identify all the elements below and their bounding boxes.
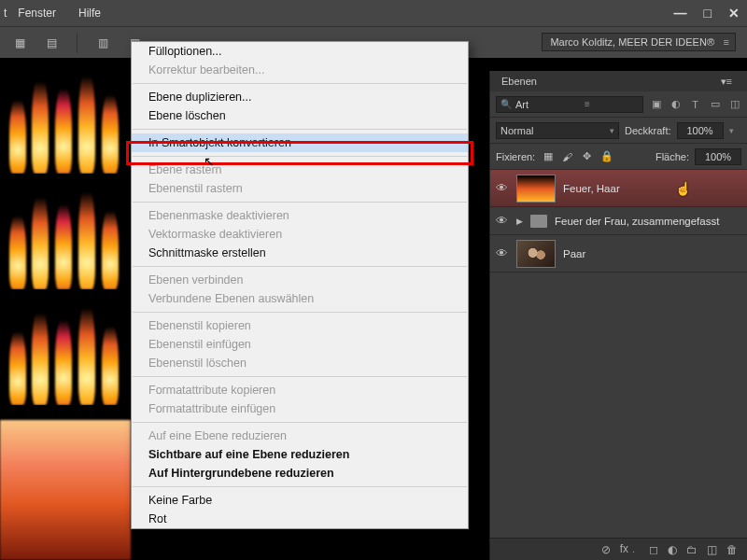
filter-smartobject-icon[interactable]: ◫	[727, 97, 741, 111]
toolbar-icon[interactable]: ▥	[91, 33, 115, 53]
layer-filter-type-dropdown[interactable]: Art	[496, 96, 643, 113]
filter-adjustment-icon[interactable]: ◐	[669, 97, 683, 111]
folder-icon	[530, 215, 547, 228]
new-group-icon[interactable]: 🗀	[686, 543, 698, 556]
ctx-rasterize-style: Ebenenstil rastern	[132, 179, 468, 198]
link-layers-icon[interactable]: ⊘	[601, 543, 611, 556]
ctx-no-color[interactable]: Keine Farbe	[132, 491, 468, 510]
layer-row[interactable]: 👁 Paar	[490, 235, 747, 273]
opacity-field[interactable]: 100%	[677, 122, 724, 139]
layer-row-group[interactable]: 👁 ▶ Feuer der Frau, zusammengefasst	[490, 207, 747, 235]
ctx-convert-smartobject[interactable]: In Smartobjekt konvertieren	[132, 133, 468, 152]
layer-thumbnail[interactable]	[516, 240, 556, 268]
document-title-dropdown[interactable]: Marco Kolditz, MEER DER IDEEN®	[542, 33, 736, 51]
ctx-edit-correction: Korrektur bearbeiten...	[132, 61, 468, 79]
toolbar-icon[interactable]: ▦	[7, 33, 32, 53]
window-controls: — □ ✕	[674, 6, 740, 21]
filter-image-icon[interactable]: ▣	[649, 97, 663, 111]
hand-cursor-icon: ☝	[675, 181, 691, 196]
layers-panel-footer: ⊘ fx﹒ ◻ ◐ 🗀 ◫ 🗑	[490, 538, 747, 560]
ctx-link-layers: Ebenen verbinden	[132, 271, 468, 289]
layer-thumbnail[interactable]	[516, 175, 556, 203]
canvas-fire-column	[0, 420, 131, 560]
fill-label: Fläche:	[655, 151, 689, 162]
ctx-fill-options[interactable]: Fülloptionen...	[132, 42, 468, 61]
ctx-delete-layer[interactable]: Ebene löschen	[132, 106, 468, 125]
ctx-disable-layermask: Ebenenmaske deaktivieren	[132, 206, 468, 225]
layer-list: 👁 Feuer, Haar ☝ 👁 ▶ Feuer der Frau, zusa…	[490, 170, 747, 273]
ctx-paste-style: Ebenenstil einfügen	[132, 335, 468, 354]
toolbar-icon[interactable]: ▤	[39, 33, 63, 53]
panel-menu-icon[interactable]: ▾≡	[710, 76, 743, 88]
layer-name[interactable]: Feuer der Frau, zusammengefasst	[555, 216, 719, 227]
layer-name[interactable]: Feuer, Haar	[563, 183, 620, 194]
close-icon[interactable]: ✕	[728, 6, 740, 21]
lock-pixels-icon[interactable]: 🖌	[560, 149, 574, 163]
opacity-label: Deckkraft:	[625, 125, 671, 136]
add-mask-icon[interactable]: ◻	[649, 543, 658, 556]
adjustment-layer-icon[interactable]: ◐	[668, 543, 677, 556]
lock-label: Fixieren:	[496, 151, 535, 162]
filter-shape-icon[interactable]: ▭	[708, 97, 722, 111]
ctx-copy-style: Ebenenstil kopieren	[132, 316, 468, 335]
minimize-icon[interactable]: —	[674, 6, 687, 21]
fill-field[interactable]: 100%	[695, 148, 741, 165]
ctx-delete-style: Ebenenstil löschen	[132, 354, 468, 372]
layers-panel-tab[interactable]: Ebenen ▾≡	[490, 71, 747, 91]
blend-mode-dropdown[interactable]: Normal	[496, 122, 619, 139]
ctx-duplicate-layer[interactable]: Ebene duplizieren...	[132, 88, 468, 106]
fx-icon[interactable]: fx﹒	[620, 541, 640, 557]
visibility-eye-icon[interactable]: 👁	[494, 246, 509, 260]
layers-panel: Ebenen ▾≡ Art ▣ ◐ T ▭ ◫ Normal Deckkraft…	[489, 71, 747, 560]
lock-all-icon[interactable]: 🔒	[599, 149, 613, 163]
ctx-paste-format: Formatattribute einfügen	[132, 399, 468, 418]
delete-layer-icon[interactable]: 🗑	[726, 543, 738, 556]
layer-name[interactable]: Paar	[563, 248, 585, 259]
ctx-create-clipmask[interactable]: Schnittmaske erstellen	[132, 244, 468, 262]
menu-window[interactable]: Fenster	[7, 7, 67, 20]
ctx-merge-visible[interactable]: Sichtbare auf eine Ebene reduzieren	[132, 445, 468, 464]
visibility-eye-icon[interactable]: 👁	[494, 181, 509, 195]
menubar: t Fenster Hilfe	[0, 0, 747, 26]
ctx-merge-down: Auf eine Ebene reduzieren	[132, 427, 468, 445]
maximize-icon[interactable]: □	[704, 6, 712, 21]
ctx-flatten-image[interactable]: Auf Hintergrundebene reduzieren	[132, 464, 468, 483]
ctx-color-red[interactable]: Rot	[132, 510, 468, 528]
lock-transparency-icon[interactable]: ▦	[541, 149, 555, 163]
menu-help[interactable]: Hilfe	[67, 7, 112, 20]
layer-context-menu: Fülloptionen... Korrektur bearbeiten... …	[131, 41, 469, 529]
ctx-select-linked: Verbundene Ebenen auswählen	[132, 289, 468, 308]
expand-triangle-icon[interactable]: ▶	[516, 217, 523, 226]
new-layer-icon[interactable]: ◫	[707, 543, 717, 556]
filter-type-icon[interactable]: T	[688, 97, 702, 111]
ctx-rasterize-layer: Ebene rastern	[132, 161, 468, 179]
layers-tab-label: Ebenen	[490, 76, 548, 87]
lock-position-icon[interactable]: ✥	[580, 149, 594, 163]
ctx-disable-vectormask: Vektormaske deaktivieren	[132, 225, 468, 244]
visibility-eye-icon[interactable]: 👁	[494, 214, 509, 228]
layer-row-selected[interactable]: 👁 Feuer, Haar ☝	[490, 170, 747, 207]
ctx-copy-format: Formatattribute kopieren	[132, 381, 468, 399]
cursor-icon: ↖	[204, 154, 215, 169]
